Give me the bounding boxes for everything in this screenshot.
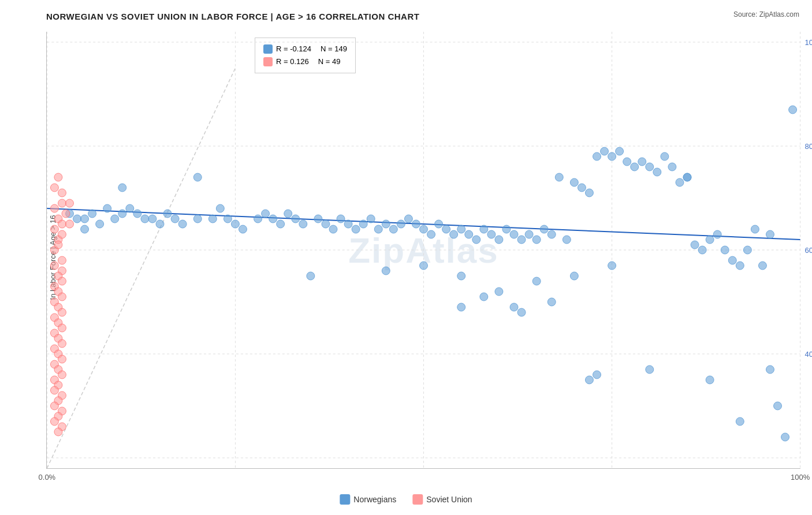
svg-point-119 (547, 298, 556, 306)
svg-point-43 (322, 220, 330, 228)
svg-point-39 (284, 210, 292, 218)
svg-point-83 (623, 158, 631, 166)
svg-text:100%: 100% (791, 473, 810, 482)
soviet-union-label: Soviet Union (426, 495, 472, 504)
svg-point-26 (163, 210, 172, 218)
svg-point-92 (691, 241, 699, 249)
svg-line-10 (47, 68, 235, 468)
svg-point-124 (706, 376, 714, 384)
svg-point-80 (601, 147, 609, 155)
svg-point-54 (404, 215, 412, 223)
svg-point-94 (706, 236, 714, 244)
svg-point-98 (736, 262, 744, 270)
svg-point-137 (62, 210, 70, 218)
svg-point-16 (96, 220, 104, 228)
svg-point-109 (532, 277, 541, 285)
svg-point-176 (66, 199, 74, 207)
svg-point-173 (50, 417, 58, 426)
svg-point-115 (193, 173, 202, 181)
svg-point-22 (133, 210, 141, 218)
svg-point-37 (269, 215, 277, 223)
chart-area: ZipAtlas R = -0.124 N = 149 R = 0.126 N … (46, 32, 800, 469)
svg-point-30 (208, 215, 217, 223)
svg-text:80.0%: 80.0% (805, 142, 812, 151)
svg-point-105 (608, 262, 616, 270)
bottom-legend: Norwegians Soviet Union (340, 494, 472, 505)
soviet-union-swatch (412, 494, 423, 505)
svg-point-134 (50, 225, 58, 233)
svg-point-31 (216, 204, 224, 212)
svg-point-142 (58, 256, 66, 264)
svg-point-165 (58, 371, 66, 379)
svg-point-112 (382, 267, 390, 275)
svg-point-19 (111, 215, 119, 223)
svg-point-63 (472, 236, 481, 244)
svg-point-153 (58, 308, 66, 316)
svg-point-17 (81, 225, 89, 233)
svg-point-35 (254, 215, 262, 223)
svg-point-25 (156, 220, 164, 228)
svg-point-87 (653, 168, 661, 176)
svg-point-97 (728, 256, 736, 264)
svg-point-67 (502, 225, 511, 233)
svg-point-110 (570, 272, 578, 280)
svg-point-104 (781, 433, 789, 441)
svg-point-127 (766, 365, 774, 374)
svg-point-159 (58, 339, 66, 348)
svg-point-21 (126, 204, 134, 212)
svg-point-120 (480, 293, 488, 301)
svg-point-132 (58, 199, 66, 207)
svg-point-141 (54, 241, 62, 249)
svg-point-129 (54, 173, 62, 181)
svg-point-107 (457, 272, 465, 280)
svg-point-50 (374, 225, 382, 233)
svg-point-116 (118, 184, 126, 192)
svg-point-162 (58, 355, 66, 363)
svg-point-78 (585, 189, 593, 197)
svg-point-139 (58, 230, 66, 238)
svg-point-29 (193, 215, 202, 223)
svg-point-95 (713, 230, 721, 238)
svg-point-45 (337, 215, 345, 223)
chart-container: NORWEGIAN VS SOVIET UNION IN LABOR FORCE… (0, 0, 812, 515)
svg-point-61 (457, 225, 465, 233)
svg-point-59 (442, 225, 450, 233)
svg-point-65 (487, 230, 496, 238)
svg-point-82 (616, 147, 624, 155)
svg-point-71 (532, 236, 541, 244)
svg-point-51 (382, 220, 390, 228)
svg-point-55 (412, 220, 420, 228)
svg-point-52 (389, 225, 397, 233)
svg-point-62 (465, 230, 473, 238)
svg-point-79 (593, 152, 601, 161)
svg-point-121 (457, 303, 465, 311)
svg-text:60.0%: 60.0% (805, 246, 812, 255)
svg-point-49 (367, 215, 375, 223)
chart-svg: 0.0%100%100.0%80.0%60.0%40.0% (47, 32, 800, 468)
svg-point-99 (743, 246, 751, 254)
svg-point-90 (676, 178, 684, 186)
svg-point-84 (631, 163, 639, 171)
svg-point-102 (766, 230, 774, 238)
svg-point-33 (231, 220, 239, 228)
svg-point-18 (103, 204, 111, 212)
svg-point-38 (277, 220, 285, 228)
svg-point-100 (751, 225, 759, 233)
svg-point-14 (81, 215, 89, 223)
svg-point-122 (585, 376, 593, 384)
svg-point-36 (262, 210, 270, 218)
svg-point-150 (58, 293, 66, 301)
svg-point-118 (517, 308, 526, 316)
svg-point-93 (698, 246, 706, 254)
svg-point-81 (608, 152, 616, 161)
svg-point-42 (314, 215, 322, 223)
svg-point-86 (646, 163, 654, 171)
svg-point-147 (58, 277, 66, 285)
svg-point-156 (58, 324, 66, 332)
svg-point-32 (224, 215, 232, 223)
svg-point-114 (789, 106, 797, 114)
svg-point-66 (495, 236, 503, 244)
svg-point-167 (50, 386, 58, 394)
svg-point-20 (118, 210, 126, 218)
svg-text:100.0%: 100.0% (805, 38, 812, 47)
